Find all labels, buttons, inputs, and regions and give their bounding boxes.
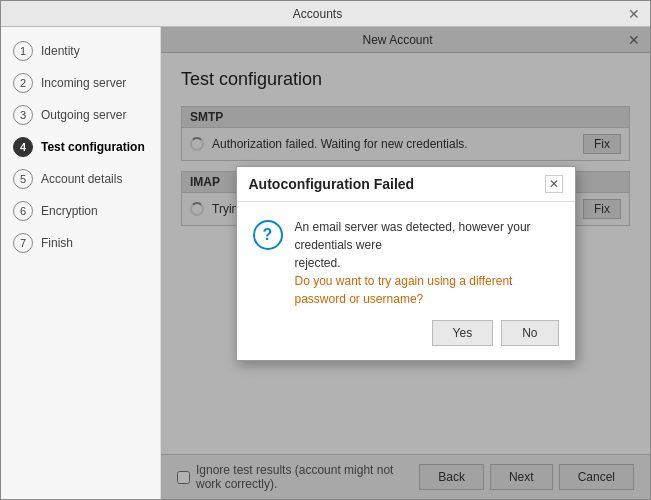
step-num-2: 2 <box>13 73 33 93</box>
sidebar-item-label-2: Incoming server <box>41 76 126 90</box>
sidebar-item-label-6: Encryption <box>41 204 98 218</box>
step-num-4: 4 <box>13 137 33 157</box>
dialog-close-button[interactable]: ✕ <box>545 175 563 193</box>
sidebar: 1 Identity 2 Incoming server 3 Outgoing … <box>1 27 161 499</box>
sidebar-item-label-5: Account details <box>41 172 122 186</box>
accounts-content: 1 Identity 2 Incoming server 3 Outgoing … <box>1 27 650 499</box>
step-num-5: 5 <box>13 169 33 189</box>
step-num-3: 3 <box>13 105 33 125</box>
step-num-7: 7 <box>13 233 33 253</box>
sidebar-item-outgoing-server[interactable]: 3 Outgoing server <box>1 99 160 131</box>
sidebar-item-label-1: Identity <box>41 44 80 58</box>
dialog-message-line1: An email server was detected, however yo… <box>295 220 531 252</box>
info-icon: ? <box>253 220 283 250</box>
sidebar-item-identity[interactable]: 1 Identity <box>1 35 160 67</box>
sidebar-item-label-7: Finish <box>41 236 73 250</box>
dialog-message: An email server was detected, however yo… <box>295 218 559 308</box>
accounts-window: Accounts ✕ 1 Identity 2 Incoming server … <box>0 0 651 500</box>
sidebar-item-account-details[interactable]: 5 Account details <box>1 163 160 195</box>
dialog-title: Autoconfiguration Failed <box>249 176 415 192</box>
sidebar-item-label-4: Test configuration <box>41 140 145 154</box>
sidebar-item-label-3: Outgoing server <box>41 108 126 122</box>
sidebar-item-test-configuration[interactable]: 4 Test configuration <box>1 131 160 163</box>
sidebar-item-finish[interactable]: 7 Finish <box>1 227 160 259</box>
autoconfiguration-dialog: Autoconfiguration Failed ✕ ? An email se… <box>236 166 576 361</box>
dialog-body: ? An email server was detected, however … <box>237 202 575 320</box>
accounts-title: Accounts <box>9 7 626 21</box>
sidebar-item-encryption[interactable]: 6 Encryption <box>1 195 160 227</box>
step-num-6: 6 <box>13 201 33 221</box>
dialog-warning-text: Do you want to try again using a differe… <box>295 274 513 306</box>
step-num-1: 1 <box>13 41 33 61</box>
accounts-titlebar: Accounts ✕ <box>1 1 650 27</box>
dialog-no-button[interactable]: No <box>501 320 558 346</box>
accounts-close-button[interactable]: ✕ <box>626 6 642 22</box>
dialog-overlay: Autoconfiguration Failed ✕ ? An email se… <box>161 27 650 499</box>
dialog-buttons: Yes No <box>237 320 575 360</box>
dialog-titlebar: Autoconfiguration Failed ✕ <box>237 167 575 202</box>
dialog-message-line2: rejected. <box>295 256 341 270</box>
sidebar-item-incoming-server[interactable]: 2 Incoming server <box>1 67 160 99</box>
dialog-yes-button[interactable]: Yes <box>432 320 494 346</box>
